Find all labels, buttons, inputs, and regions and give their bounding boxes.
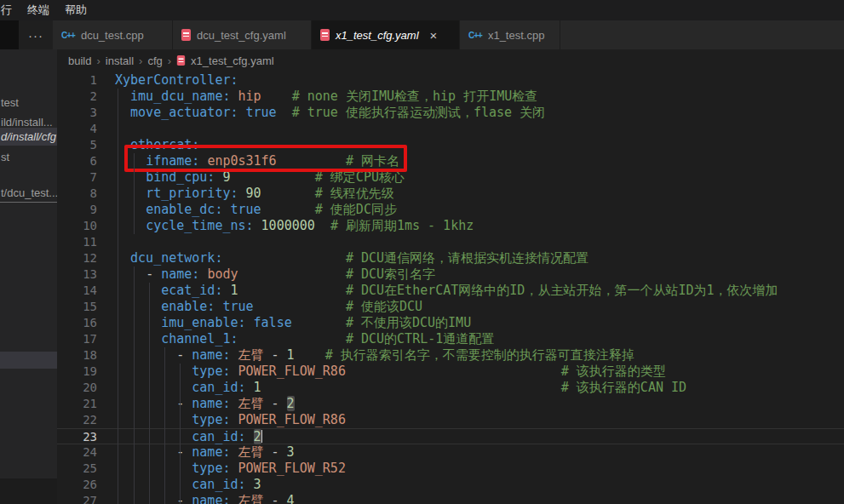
line-number: 24 [57,444,108,461]
code-line-17[interactable]: 17 channel_1: # DCU的CTRL-1通道配置 [57,331,844,347]
code-token: true [230,202,261,217]
code-token: rt_priority: [146,186,238,201]
menu-item[interactable]: 行 [0,0,20,20]
yaml-file-icon [320,29,330,41]
code-token [230,347,238,363]
code-line-23[interactable]: 23 can_id: 2 [57,428,844,444]
code-text [108,121,844,137]
indent-guide [118,89,118,504]
code-token: move_actuator: [130,105,238,120]
sidebar-item[interactable]: t/dcu_test... [0,184,57,203]
code-line-27[interactable]: 27 - name: 左臂 - 4 [57,493,844,504]
sidebar-item[interactable]: st [0,148,57,166]
code-line-9[interactable]: 9 enable_dc: true # 使能DC同步 [57,202,844,218]
overflow-ellipsis-button[interactable]: ··· [19,20,53,49]
line-number: 27 [57,493,108,504]
breadcrumb-item[interactable]: install [106,54,134,67]
sidebar-item[interactable]: test [0,94,57,112]
code-line-16[interactable]: 16 imu_enable: false # 不使用该DCU的IMU [57,315,844,331]
code-token: imu_enable: [161,315,245,330]
code-line-13[interactable]: 13 - name: body # DCU索引名字 [57,266,844,283]
code-token: # DCU的CTRL-1通道配置 [346,331,494,346]
code-line-22[interactable]: 22 type: POWER_FLOW_R86 [57,412,844,428]
line-number: 13 [57,266,108,283]
menu-item[interactable]: 终端 [20,0,57,20]
line-number: 25 [57,461,108,477]
code-token [115,186,146,201]
sidebar-item[interactable]: d/install/cfg [0,128,57,146]
code-area: 1XyberController:2 imu_dcu_name: hip # n… [57,72,844,504]
code-line-18[interactable]: 18 - name: 左臂 - 1 # 执行器索引名字，不需要控制的执行器可直接… [57,347,844,364]
code-line-1[interactable]: 1XyberController: [57,72,844,89]
code-line-15[interactable]: 15 enable: true # 使能该DCU [57,299,844,315]
code-token: - [264,444,287,460]
line-number: 3 [57,105,108,121]
code-token [115,347,176,363]
code-text: imu_enable: false # 不使用该DCU的IMU [108,315,844,331]
occurrence-highlight: 2 [287,396,295,411]
code-line-6[interactable]: 6 ifname: enp0s31f6 # 网卡名 [57,153,844,169]
code-line-19[interactable]: 19 type: POWER_FLOW_R86 # 该执行器的类型 [57,364,844,380]
code-token [238,105,246,120]
code-line-26[interactable]: 26 can_id: 3 [57,477,844,493]
indent-guide [134,266,135,504]
code-line-11[interactable]: 11 [57,234,844,250]
code-line-24[interactable]: 24 - name: 左臂 - 3 [57,444,844,461]
tab-bar-left-gap [0,20,19,49]
code-line-12[interactable]: 12 dcu_network: # DCU通信网络，请根据实机连接情况配置 [57,250,844,266]
code-token: 1 [287,347,295,363]
breadcrumb-filename[interactable]: x1_test_cfg.yaml [191,54,274,67]
tab-bar: ··· C++dcu_test.cppdcu_test_cfg.yamlx1_t… [0,20,844,49]
code-line-5[interactable]: 5 ethercat: [57,137,844,153]
breadcrumb-item[interactable]: build [68,54,91,67]
indent-guide [149,283,150,504]
code-line-20[interactable]: 20 can_id: 1 # 该执行器的CAN ID [57,380,844,396]
occurrence-highlight: 2 [254,429,261,444]
tab-dcu_test.cpp[interactable]: C++dcu_test.cpp [53,20,173,49]
code-line-4[interactable]: 4 [57,121,844,137]
tab-label: x1_test.cpp [488,29,545,42]
code-token [115,202,146,217]
code-token: 90 [246,186,261,201]
code-token: name: [192,444,230,460]
code-line-3[interactable]: 3 move_actuator: true # true 使能执行器运动测试，f… [57,105,844,121]
code-token: type: [192,364,230,379]
code-token: imu_dcu_name: [130,89,230,104]
code-token [238,186,246,201]
code-line-25[interactable]: 25 type: POWER_FLOW_R52 [57,461,844,477]
code-token [246,429,254,444]
code-token [295,347,325,363]
code-token: # DCU在EtherCAT网络中的ID，从主站开始，第一个从站ID为1，依次增… [346,283,778,298]
tab-x1_test_cfg.yaml[interactable]: x1_test_cfg.yaml× [312,20,460,49]
code-line-10[interactable]: 10 cycle_time_ns: 1000000 # 刷新周期1ms - 1k… [57,218,844,234]
code-token: can_id: [192,477,245,492]
line-number: 8 [57,186,108,202]
line-number: 22 [57,412,108,428]
code-token [246,477,254,492]
code-text: ethercat: [108,137,844,153]
code-token: XyberController: [115,72,238,88]
code-token [115,396,176,411]
sidebar-highlight-bar[interactable] [0,352,57,369]
tab-dcu_test_cfg.yaml[interactable]: dcu_test_cfg.yaml [173,20,312,49]
code-line-21[interactable]: 21 - name: 左臂 - 2 [57,396,844,412]
breadcrumb-separator: › [168,54,171,67]
menu-item[interactable]: 帮助 [57,0,95,20]
line-number: 11 [57,234,108,250]
code-text: type: POWER_FLOW_R86 [108,412,844,428]
breadcrumb-item[interactable]: cfg [147,54,162,67]
code-text: can_id: 1 # 该执行器的CAN ID [108,380,844,396]
code-line-7[interactable]: 7 bind_cpu: 9 # 绑定CPU核心 [57,169,844,186]
tab-x1_test.cpp[interactable]: C++x1_test.cpp [460,20,560,49]
code-line-2[interactable]: 2 imu_dcu_name: hip # none 关闭IMU检查，hip 打… [57,89,844,105]
code-token: name: [192,347,230,363]
code-text: rt_priority: 90 # 线程优先级 [108,186,844,202]
code-token [115,315,161,330]
code-token [115,444,176,460]
code-token [230,169,314,185]
code-text: bind_cpu: 9 # 绑定CPU核心 [108,169,844,186]
tab-close-icon[interactable]: × [430,29,438,42]
code-line-8[interactable]: 8 rt_priority: 90 # 线程优先级 [57,186,844,202]
code-line-14[interactable]: 14 ecat_id: 1 # DCU在EtherCAT网络中的ID，从主站开始… [57,283,844,299]
code-token [230,396,238,411]
